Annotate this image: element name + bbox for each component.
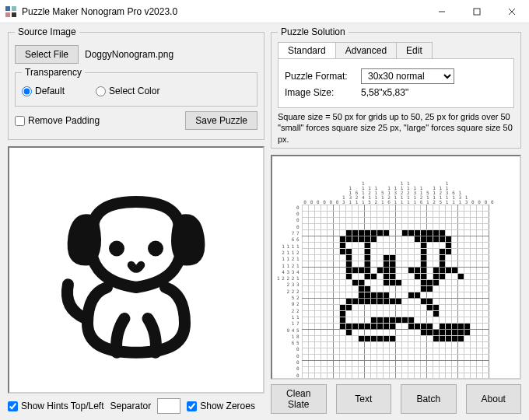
clean-slate-button[interactable]: Clean Slate — [271, 384, 327, 414]
source-image-preview — [8, 146, 264, 394]
transparency-group: Transparency Default Select Color — [15, 67, 257, 107]
transparency-select-color-radio[interactable]: Select Color — [96, 86, 159, 96]
titlebar: Puzzle Maker Nonogram Pro v2023.0 — [0, 0, 529, 23]
svg-rect-0 — [5, 6, 10, 11]
svg-point-9 — [148, 241, 163, 257]
hint-line-2: "small" forces square size 25 px, "large… — [278, 122, 514, 145]
show-hints-checkbox[interactable]: Show Hints Top/Left — [8, 401, 104, 411]
puzzle-format-label: Puzzle Format: — [285, 71, 355, 82]
transparency-legend: Transparency — [22, 67, 85, 78]
dog-source-image — [39, 173, 233, 367]
transparency-default-radio[interactable]: Default — [22, 86, 65, 96]
close-button[interactable] — [494, 0, 529, 23]
window-title: Puzzle Maker Nonogram Pro v2023.0 — [22, 6, 424, 17]
tab-body-standard: Puzzle Format: 30x30 normal Image Size: … — [278, 58, 514, 108]
app-icon — [5, 5, 17, 18]
separator-label: Separator — [110, 401, 152, 411]
filename-label: DoggyNonogram.png — [85, 49, 173, 60]
svg-rect-5 — [474, 9, 480, 15]
image-size-value: 5,58"x5,83" — [361, 87, 408, 98]
text-button[interactable]: Text — [336, 384, 392, 414]
nonogram-grid-panel: 0000001311316211114112151112511112613111… — [271, 155, 521, 380]
show-zeroes-checkbox[interactable]: Show Zeroes — [187, 401, 255, 411]
puzzle-format-select[interactable]: 30x30 normal — [361, 68, 454, 84]
source-image-legend: Source Image — [15, 26, 79, 37]
column-clues: 0000001311316211114112151112511112613111… — [302, 161, 496, 205]
nonogram-grid[interactable] — [302, 205, 489, 380]
batch-button[interactable]: Batch — [401, 384, 457, 414]
svg-rect-1 — [12, 6, 16, 11]
save-puzzle-button[interactable]: Save Puzzle — [185, 111, 257, 130]
svg-point-8 — [109, 241, 124, 257]
remove-padding-checkbox[interactable]: Remove Padding — [15, 115, 100, 126]
puzzle-solution-legend: Puzzle Solution — [278, 26, 349, 37]
row-clues: 00007 76 61 1 1 12 1 1 21 1 2 11 1 2 14 … — [277, 205, 299, 380]
hint-line-1: Square size = 50 px for grids up to 50, … — [278, 111, 514, 122]
select-file-button[interactable]: Select File — [15, 45, 79, 64]
about-button[interactable]: About — [466, 384, 522, 414]
source-image-group: Source Image Select File DoggyNonogram.p… — [8, 26, 264, 140]
tab-standard[interactable]: Standard — [278, 42, 336, 58]
maximize-button[interactable] — [459, 0, 494, 23]
minimize-button[interactable] — [424, 0, 459, 23]
svg-rect-3 — [12, 12, 16, 17]
puzzle-solution-group: Puzzle Solution Standard Advanced Edit P… — [271, 26, 521, 149]
separator-input[interactable] — [157, 398, 180, 414]
svg-rect-2 — [5, 12, 10, 17]
tab-advanced[interactable]: Advanced — [335, 42, 397, 58]
tab-edit[interactable]: Edit — [396, 42, 433, 58]
image-size-label: Image Size: — [285, 87, 355, 98]
